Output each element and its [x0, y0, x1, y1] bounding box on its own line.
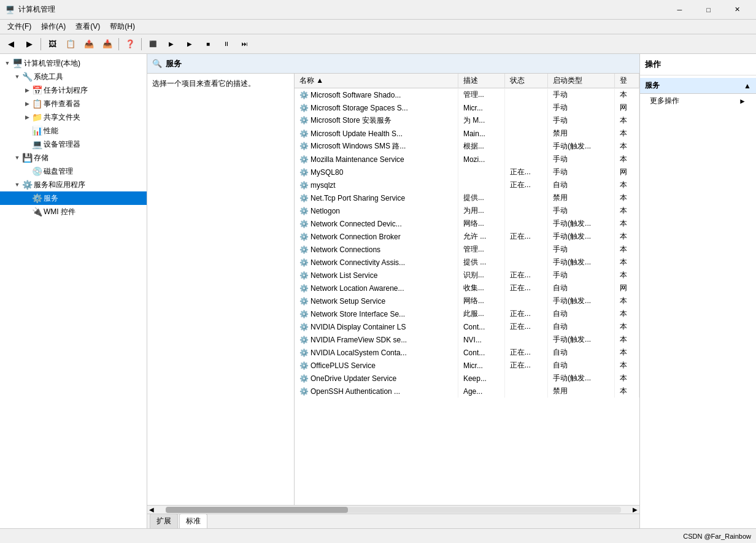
table-row[interactable]: ⚙️Network Store Interface Se...此服...正在..… [295, 307, 639, 320]
service-desc-cell: Micr... [458, 359, 504, 372]
toolbar-stop-btn[interactable]: ■ [199, 36, 217, 52]
table-row[interactable]: ⚙️Microsoft Windows SMS 路...根据...手动(触发..… [295, 140, 639, 153]
services-icon: ⚙️ [32, 193, 42, 203]
toolbar-help-btn[interactable]: ❓ [122, 36, 139, 52]
table-row[interactable]: ⚙️OpenSSH Authentication ...Age...禁用本 [295, 385, 639, 398]
sidebar-item-wmi[interactable]: 🔌 WMI 控件 [0, 205, 147, 218]
action-more[interactable]: 更多操作 ► [640, 94, 756, 108]
expand-services-apps[interactable]: ▼ [12, 180, 22, 190]
sidebar-item-root[interactable]: ▼ 🖥️ 计算机管理(本地) [0, 56, 147, 70]
table-row[interactable]: ⚙️NVIDIA Display Container LSCont...正在..… [295, 320, 639, 333]
services-table[interactable]: 名称 ▲ 描述 状态 启动类型 登 ⚙️Microsoft Software S… [295, 74, 639, 505]
expand-event-viewer[interactable]: ▶ [22, 99, 32, 109]
action-group-services[interactable]: 服务 ▲ [640, 78, 756, 94]
col-name[interactable]: 名称 ▲ [295, 74, 458, 88]
col-status[interactable]: 状态 [504, 74, 547, 88]
table-row[interactable]: ⚙️NVIDIA LocalSystem Conta...Cont...正在..… [295, 346, 639, 359]
table-row[interactable]: ⚙️Network Connection Broker允许 ...正在...手动… [295, 230, 639, 243]
col-desc[interactable]: 描述 [458, 74, 504, 88]
sidebar-item-device-manager[interactable]: 💻 设备管理器 [0, 137, 147, 151]
expand-performance[interactable] [22, 126, 32, 136]
menu-view[interactable]: 查看(V) [71, 20, 105, 33]
horizontal-scrollbar[interactable]: ◀ ▶ [147, 505, 639, 514]
expand-system-tools[interactable]: ▼ [12, 72, 22, 82]
expand-storage[interactable]: ▼ [12, 153, 22, 163]
disk-mgmt-label: 磁盘管理 [44, 166, 73, 177]
expand-services[interactable] [22, 193, 32, 203]
table-row[interactable]: ⚙️Network Setup Service网络...手动(触发...本 [295, 295, 639, 307]
sidebar-item-system-tools[interactable]: ▼ 🔧 系统工具 [0, 70, 147, 83]
table-row[interactable]: ⚙️Network List Service识别...正在...手动本 [295, 269, 639, 282]
sidebar-item-event-viewer[interactable]: ▶ 📋 事件查看器 [0, 97, 147, 110]
toolbar-skip-btn[interactable]: ⏭ [236, 36, 253, 52]
event-viewer-label: 事件查看器 [44, 99, 80, 109]
tab-standard[interactable]: 标准 [179, 514, 207, 528]
table-row[interactable]: ⚙️mysqlzt正在...自动本 [295, 179, 639, 191]
disk-mgmt-icon: 💿 [32, 166, 42, 176]
sidebar-item-services[interactable]: ⚙️ 服务 [0, 191, 147, 205]
col-startup[interactable]: 启动类型 [548, 74, 615, 88]
service-startup-cell: 禁用 [548, 191, 615, 204]
action-more-label: 更多操作 [650, 96, 679, 106]
table-row[interactable]: ⚙️Microsoft Update Health S...Main...禁用本 [295, 127, 639, 140]
toolbar-play-btn[interactable]: ▶ [163, 36, 180, 52]
scroll-thumb[interactable] [166, 507, 348, 513]
service-status-cell: 正在... [504, 320, 547, 333]
table-row[interactable]: ⚙️Netlogon为用...手动本 [295, 204, 639, 217]
table-row[interactable]: ⚙️MySQL80正在...手动网 [295, 166, 639, 179]
event-viewer-icon: 📋 [32, 99, 42, 109]
right-panel: 🔍 服务 选择一个项目来查看它的描述。 名称 ▲ [147, 54, 756, 528]
scroll-right-btn[interactable]: ▶ [631, 506, 639, 513]
service-startup-cell: 自动 [548, 359, 615, 372]
toolbar-view-btn[interactable]: 🖼 [44, 36, 61, 52]
col-login[interactable]: 登 [615, 74, 639, 88]
table-row[interactable]: ⚙️Microsoft Store 安装服务为 M...手动本 [295, 114, 639, 127]
expand-disk-mgmt[interactable] [22, 166, 32, 176]
sidebar-item-task-scheduler[interactable]: ▶ 📅 任务计划程序 [0, 83, 147, 97]
back-button[interactable]: ◀ [2, 36, 20, 52]
menu-help[interactable]: 帮助(H) [105, 20, 140, 33]
table-row[interactable]: ⚙️Microsoft Storage Spaces S...Micr...手动… [295, 101, 639, 114]
table-row[interactable]: ⚙️OfficePLUS ServiceMicr...正在...自动本 [295, 359, 639, 372]
expand-device-manager[interactable] [22, 139, 32, 149]
root-icon: 🖥️ [12, 58, 22, 68]
table-row[interactable]: ⚙️Network Location Awarene...收集...正在...自… [295, 282, 639, 295]
toolbar-btn3[interactable]: 📤 [80, 36, 98, 52]
menu-file[interactable]: 文件(F) [2, 20, 36, 33]
table-row[interactable]: ⚙️NVIDIA FrameView SDK se...NVI...手动(触发.… [295, 333, 639, 346]
service-login-cell: 本 [615, 307, 639, 320]
sidebar-item-shared-folders[interactable]: ▶ 📁 共享文件夹 [0, 110, 147, 124]
table-row[interactable]: ⚙️Network Connected Devic...网络...手动(触发..… [295, 217, 639, 230]
table-row[interactable]: ⚙️Net.Tcp Port Sharing Service提供...禁用本 [295, 191, 639, 204]
expand-shared-folders[interactable]: ▶ [22, 112, 32, 122]
main-container: ▼ 🖥️ 计算机管理(本地) ▼ 🔧 系统工具 ▶ 📅 任务计划程序 ▶ 📋 事… [0, 54, 756, 528]
sidebar-item-storage[interactable]: ▼ 💾 存储 [0, 151, 147, 164]
table-row[interactable]: ⚙️Network Connectivity Assis...提供 ...手动(… [295, 256, 639, 269]
forward-button[interactable]: ▶ [21, 36, 38, 52]
expand-task-scheduler[interactable]: ▶ [22, 85, 32, 95]
tab-extended[interactable]: 扩展 [150, 514, 178, 528]
maximize-button[interactable]: □ [695, 0, 722, 20]
sidebar-item-disk-mgmt[interactable]: 💿 磁盘管理 [0, 164, 147, 178]
scroll-track[interactable] [166, 507, 621, 513]
minimize-button[interactable]: ─ [666, 0, 693, 20]
menu-action[interactable]: 操作(A) [36, 20, 71, 33]
toolbar-btn4[interactable]: 📥 [99, 36, 116, 52]
expand-root[interactable]: ▼ [2, 58, 12, 68]
toolbar-run-btn[interactable]: ⬛ [144, 36, 161, 52]
sidebar-item-performance[interactable]: 📊 性能 [0, 124, 147, 137]
close-button[interactable]: ✕ [723, 0, 751, 20]
service-startup-cell: 手动 [548, 101, 615, 114]
toolbar-btn2[interactable]: 📋 [62, 36, 79, 52]
scroll-left-btn[interactable]: ◀ [147, 506, 156, 513]
table-row[interactable]: ⚙️Network Connections管理...手动本 [295, 243, 639, 256]
service-login-cell: 本 [615, 320, 639, 333]
service-startup-cell: 自动 [548, 179, 615, 191]
toolbar-play2-btn[interactable]: ▶ [181, 36, 198, 52]
expand-wmi[interactable] [22, 207, 32, 217]
table-row[interactable]: ⚙️OneDrive Updater ServiceKeep...手动(触发..… [295, 372, 639, 385]
toolbar-pause-btn[interactable]: ⏸ [218, 36, 235, 52]
sidebar-item-services-apps[interactable]: ▼ ⚙️ 服务和应用程序 [0, 178, 147, 191]
table-row[interactable]: ⚙️Microsoft Software Shado...管理...手动本 [295, 88, 639, 102]
table-row[interactable]: ⚙️Mozilla Maintenance ServiceMozi...手动本 [295, 153, 639, 166]
